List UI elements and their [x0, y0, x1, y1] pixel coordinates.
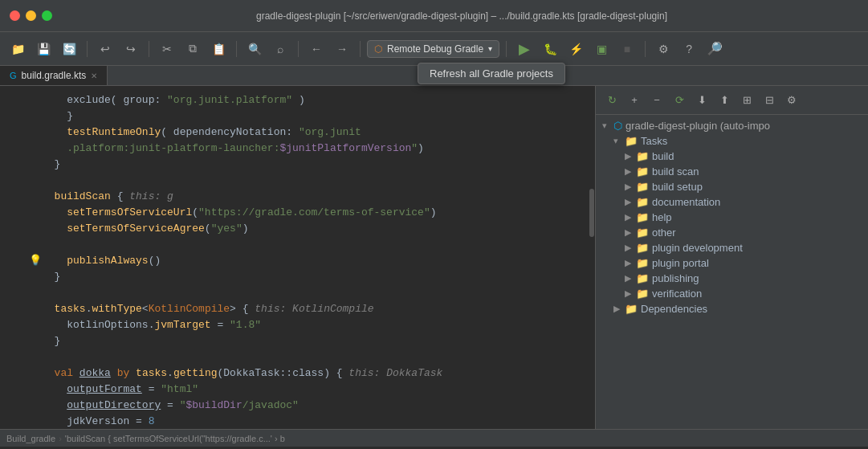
run-config-icon: ⬡	[374, 43, 382, 55]
publishing-expand-icon: ▶	[625, 273, 636, 284]
main-toolbar: 📁 💾 🔄 ↩ ↪ ✂ ⧉ 📋 🔍 ⌕ ← → ⬡ Remote Debug G…	[0, 32, 868, 66]
publishing-folder-icon: 📁	[636, 272, 649, 284]
code-line: val dokka by tasks.getting(DokkaTask::cl…	[0, 365, 595, 382]
help-expand-icon: ▶	[625, 212, 636, 222]
settings-button[interactable]: ⚙	[652, 38, 674, 60]
breadcrumb-item-2: 'buildScan { setTermsOfServiceUrl("https…	[65, 434, 285, 443]
editor-wrapper: exclude( group: "org.junit.platform" ) }…	[0, 86, 595, 429]
lightbulb-icon[interactable]: 💡	[29, 255, 42, 267]
gradle-group-button[interactable]: ⊞	[737, 91, 756, 110]
separator-6	[506, 41, 507, 57]
documentation-label: documentation	[652, 196, 720, 208]
paste-button[interactable]: 📋	[207, 38, 230, 60]
tasks-expand-icon: ▾	[613, 136, 625, 146]
code-line: tasks.withType<KotlinCompile> { this: Ko…	[0, 301, 595, 317]
gradle-refresh-button[interactable]: ↻	[602, 91, 621, 110]
gradle-task-build-setup[interactable]: ▶ 📁 build setup	[596, 179, 868, 194]
code-line: }	[0, 157, 595, 173]
save-button[interactable]: 💾	[32, 38, 55, 60]
gradle-task-verification[interactable]: ▶ 📁 verification	[596, 286, 868, 301]
gradle-settings-button[interactable]: ⚙	[782, 91, 801, 110]
documentation-expand-icon: ▶	[625, 197, 636, 207]
run-config-selector[interactable]: ⬡ Remote Debug Gradle ▾	[367, 40, 499, 58]
plugin-portal-label: plugin portal	[652, 257, 709, 269]
gradle-task-plugin-portal[interactable]: ▶ 📁 plugin portal	[596, 255, 868, 271]
refresh-tooltip-text: Refresh all Gradle projects	[430, 67, 553, 80]
code-line	[0, 349, 595, 365]
cut-button[interactable]: ✂	[156, 38, 178, 60]
copy-button[interactable]: ⧉	[181, 38, 204, 60]
gradle-task-build[interactable]: ▶ 📁 build	[596, 149, 868, 164]
stop-button[interactable]: ■	[616, 38, 638, 60]
gradle-task-other[interactable]: ▶ 📁 other	[596, 225, 868, 240]
vertical-scrollbar[interactable]	[589, 86, 595, 429]
help-label: help	[652, 211, 672, 223]
gradle-root-item[interactable]: ▾ ⬡ gradle-digest-plugin (auto-impo	[596, 118, 868, 133]
plugin-dev-folder-icon: 📁	[636, 242, 649, 254]
profile-button[interactable]: ⚡	[564, 38, 587, 60]
search-button[interactable]: 🔍	[243, 38, 266, 60]
undo-button[interactable]: ↩	[94, 38, 116, 60]
gradle-remove-button[interactable]: −	[647, 91, 666, 110]
gradle-panel: ↻ + − ⟳ ⬇ ⬆ ⊞ ⊟ ⚙ ▾ ⬡ gradle-digest-plug…	[595, 86, 868, 429]
tab-label: build.gradle.kts	[22, 70, 87, 81]
build-scan-label: build scan	[652, 165, 699, 178]
gradle-dependencies-group[interactable]: ▶ 📁 Dependencies	[596, 301, 868, 316]
gradle-task-documentation[interactable]: ▶ 📁 documentation	[596, 194, 868, 210]
build-scan-folder-icon: 📁	[636, 165, 649, 178]
search-everywhere-button[interactable]: 🔎	[703, 38, 726, 60]
build-setup-folder-icon: 📁	[636, 181, 649, 193]
code-editor[interactable]: exclude( group: "org.junit.platform" ) }…	[0, 86, 595, 429]
gradle-reload-button[interactable]: ⟳	[670, 91, 689, 110]
code-line	[0, 237, 595, 253]
breadcrumb: Build_gradle › 'buildScan { setTermsOfSe…	[6, 434, 862, 443]
gradle-tasks-group[interactable]: ▾ 📁 Tasks	[596, 133, 868, 149]
code-line: setTermsOfServiceUrl("https://gradle.com…	[0, 205, 595, 221]
separator-5	[360, 41, 361, 57]
gradle-task-build-scan[interactable]: ▶ 📁 build scan	[596, 164, 868, 179]
gradle-add-button[interactable]: +	[625, 91, 644, 110]
separator-1	[87, 41, 88, 57]
gradle-toggle-button[interactable]: ⊟	[760, 91, 779, 110]
sync-button[interactable]: 🔄	[58, 38, 80, 60]
gradle-task-help[interactable]: ▶ 📁 help	[596, 210, 868, 225]
replace-button[interactable]: ⌕	[269, 38, 291, 60]
refresh-tooltip: Refresh all Gradle projects	[418, 63, 565, 84]
minimize-button[interactable]	[26, 10, 36, 21]
tab-build-gradle[interactable]: G build.gradle.kts ✕	[0, 66, 108, 85]
help-button[interactable]: ?	[678, 38, 700, 60]
scroll-thumb[interactable]	[589, 189, 594, 237]
build-expand-icon: ▶	[625, 151, 636, 161]
open-folder-button[interactable]: 📁	[6, 38, 29, 60]
gradle-tree[interactable]: ▾ ⬡ gradle-digest-plugin (auto-impo ▾ 📁 …	[596, 115, 868, 429]
run-button[interactable]: ▶	[513, 38, 536, 60]
tasks-label: Tasks	[641, 135, 667, 147]
other-expand-icon: ▶	[625, 227, 636, 238]
window-title: gradle-digest-plugin [~/src/eriwen/gradl…	[65, 10, 858, 22]
close-button[interactable]	[10, 10, 20, 21]
editor-scroll-container[interactable]: exclude( group: "org.junit.platform" ) }…	[0, 86, 595, 429]
gradle-task-publishing[interactable]: ▶ 📁 publishing	[596, 271, 868, 286]
maximize-button[interactable]	[42, 10, 52, 21]
gradle-expand-all-button[interactable]: ⬇	[692, 91, 711, 110]
gradle-project-label: gradle-digest-plugin (auto-impo	[626, 120, 770, 132]
code-line: .platform:junit-platform-launcher:$junit…	[0, 141, 595, 157]
gradle-task-plugin-development[interactable]: ▶ 📁 plugin development	[596, 240, 868, 255]
redo-button[interactable]: ↪	[120, 38, 142, 60]
back-button[interactable]: ←	[305, 38, 328, 60]
build-label: build	[652, 150, 674, 162]
plugin-dev-label: plugin development	[652, 242, 743, 254]
code-line: }	[0, 269, 595, 285]
gradle-toolbar: ↻ + − ⟳ ⬇ ⬆ ⊞ ⊟ ⚙	[596, 86, 868, 115]
plugin-portal-expand-icon: ▶	[625, 258, 636, 268]
coverage-button[interactable]: ▣	[590, 38, 613, 60]
code-line: outputDirectory = "$buildDir/javadoc"	[0, 398, 595, 414]
gradle-file-icon: G	[10, 71, 17, 80]
debug-button[interactable]: 🐛	[539, 38, 561, 60]
other-folder-icon: 📁	[636, 227, 649, 239]
code-line: exclude( group: "org.junit.platform" )	[0, 92, 595, 108]
status-bar: Build_gradle › 'buildScan { setTermsOfSe…	[0, 429, 868, 447]
forward-button[interactable]: →	[331, 38, 353, 60]
tab-close-button[interactable]: ✕	[91, 71, 97, 80]
gradle-collapse-all-button[interactable]: ⬆	[715, 91, 734, 110]
